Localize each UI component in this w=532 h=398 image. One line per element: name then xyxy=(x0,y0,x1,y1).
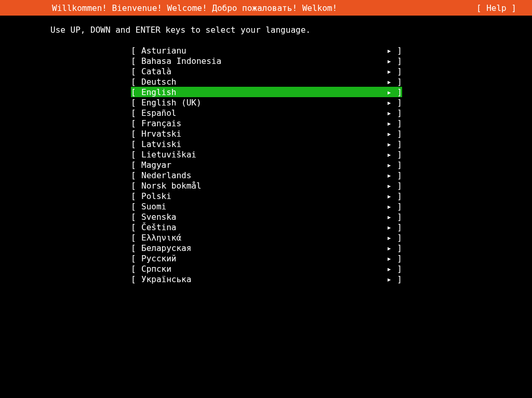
language-name: Hrvatski xyxy=(141,129,381,139)
language-item[interactable]: [ Hrvatski▸ ] xyxy=(131,128,402,139)
bracket-close: ] xyxy=(392,67,402,76)
chevron-right-icon: ▸ xyxy=(381,160,392,170)
language-item[interactable]: [ Čeština▸ ] xyxy=(131,222,402,232)
bracket-close: ] xyxy=(392,77,402,87)
language-name: Lietuviškai xyxy=(141,150,381,160)
bracket-open: [ xyxy=(131,202,141,211)
chevron-right-icon: ▸ xyxy=(381,67,392,76)
chevron-right-icon: ▸ xyxy=(381,108,392,118)
help-button[interactable]: [ Help ] xyxy=(476,3,516,13)
bracket-close: ] xyxy=(392,181,402,191)
bracket-open: [ xyxy=(131,160,141,170)
chevron-right-icon: ▸ xyxy=(381,56,392,66)
language-item[interactable]: [ Asturianu▸ ] xyxy=(131,45,402,56)
bracket-close: ] xyxy=(392,202,402,211)
language-name: Français xyxy=(141,118,381,128)
bracket-open: [ xyxy=(131,98,141,108)
language-item[interactable]: [ Русский▸ ] xyxy=(131,253,402,263)
bracket-open: [ xyxy=(131,212,141,222)
language-name: Suomi xyxy=(141,202,381,211)
language-item[interactable]: [ Magyar▸ ] xyxy=(131,160,402,170)
language-name: Español xyxy=(141,108,381,118)
bracket-close: ] xyxy=(392,139,402,149)
chevron-right-icon: ▸ xyxy=(381,264,392,274)
bracket-open: [ xyxy=(131,274,141,284)
bracket-open: [ xyxy=(131,181,141,191)
language-item[interactable]: [ Deutsch▸ ] xyxy=(131,76,402,87)
bracket-close: ] xyxy=(392,274,402,284)
bracket-open: [ xyxy=(131,46,141,56)
chevron-right-icon: ▸ xyxy=(381,202,392,211)
language-item[interactable]: [ Беларуская▸ ] xyxy=(131,243,402,253)
bracket-open: [ xyxy=(131,254,141,263)
bracket-close: ] xyxy=(392,191,402,201)
chevron-right-icon: ▸ xyxy=(381,170,392,180)
language-item[interactable]: [ Français▸ ] xyxy=(131,118,402,128)
bracket-open: [ xyxy=(131,77,141,87)
bracket-open: [ xyxy=(131,233,141,243)
language-item[interactable]: [ Suomi▸ ] xyxy=(131,201,402,211)
bracket-close: ] xyxy=(392,212,402,222)
bracket-open: [ xyxy=(131,170,141,180)
language-item[interactable]: [ Bahasa Indonesia▸ ] xyxy=(131,56,402,66)
language-item[interactable]: [ English▸ ] xyxy=(131,87,402,97)
language-item[interactable]: [ Svenska▸ ] xyxy=(131,211,402,222)
bracket-close: ] xyxy=(392,150,402,160)
language-name: Asturianu xyxy=(141,46,381,56)
bracket-close: ] xyxy=(392,46,402,56)
language-item[interactable]: [ Українська▸ ] xyxy=(131,274,402,284)
language-item[interactable]: [ English (UK)▸ ] xyxy=(131,97,402,108)
language-name: Bahasa Indonesia xyxy=(141,56,381,66)
chevron-right-icon: ▸ xyxy=(381,222,392,232)
language-list: [ Asturianu▸ ][ Bahasa Indonesia▸ ][ Cat… xyxy=(0,45,532,284)
chevron-right-icon: ▸ xyxy=(381,139,392,149)
language-item[interactable]: [ Српски▸ ] xyxy=(131,263,402,274)
language-name: Беларуская xyxy=(141,243,381,253)
bracket-open: [ xyxy=(131,56,141,66)
chevron-right-icon: ▸ xyxy=(381,46,392,56)
language-name: Čeština xyxy=(141,222,381,232)
language-name: Deutsch xyxy=(141,77,381,87)
language-name: Nederlands xyxy=(141,170,381,180)
bracket-open: [ xyxy=(131,129,141,139)
bracket-close: ] xyxy=(392,129,402,139)
bracket-open: [ xyxy=(131,139,141,149)
language-item[interactable]: [ Español▸ ] xyxy=(131,108,402,118)
language-item[interactable]: [ Lietuviškai▸ ] xyxy=(131,149,402,160)
bracket-close: ] xyxy=(392,56,402,66)
chevron-right-icon: ▸ xyxy=(381,274,392,284)
chevron-right-icon: ▸ xyxy=(381,212,392,222)
language-item[interactable]: [ Polski▸ ] xyxy=(131,191,402,201)
language-name: Svenska xyxy=(141,212,381,222)
chevron-right-icon: ▸ xyxy=(381,87,392,97)
language-name: Català xyxy=(141,67,381,76)
chevron-right-icon: ▸ xyxy=(381,243,392,253)
language-item[interactable]: [ Nederlands▸ ] xyxy=(131,170,402,180)
bracket-close: ] xyxy=(392,170,402,180)
bracket-open: [ xyxy=(131,264,141,274)
bracket-open: [ xyxy=(131,222,141,232)
language-item[interactable]: [ Latviski▸ ] xyxy=(131,139,402,149)
language-name: Ελληνικά xyxy=(141,233,381,243)
language-item[interactable]: [ Norsk bokmål▸ ] xyxy=(131,180,402,191)
language-name: Српски xyxy=(141,264,381,274)
chevron-right-icon: ▸ xyxy=(381,191,392,201)
language-name: Українська xyxy=(141,274,381,284)
bracket-open: [ xyxy=(131,108,141,118)
language-name: Polski xyxy=(141,191,381,201)
bracket-close: ] xyxy=(392,160,402,170)
bracket-close: ] xyxy=(392,233,402,243)
language-name: Magyar xyxy=(141,160,381,170)
language-item[interactable]: [ Català▸ ] xyxy=(131,66,402,76)
bracket-open: [ xyxy=(131,191,141,201)
language-name: Русский xyxy=(141,254,381,263)
chevron-right-icon: ▸ xyxy=(381,98,392,108)
language-name: English (UK) xyxy=(141,98,381,108)
bracket-close: ] xyxy=(392,108,402,118)
chevron-right-icon: ▸ xyxy=(381,150,392,160)
bracket-open: [ xyxy=(131,150,141,160)
chevron-right-icon: ▸ xyxy=(381,254,392,263)
bracket-close: ] xyxy=(392,243,402,253)
chevron-right-icon: ▸ xyxy=(381,77,392,87)
language-item[interactable]: [ Ελληνικά▸ ] xyxy=(131,232,402,243)
